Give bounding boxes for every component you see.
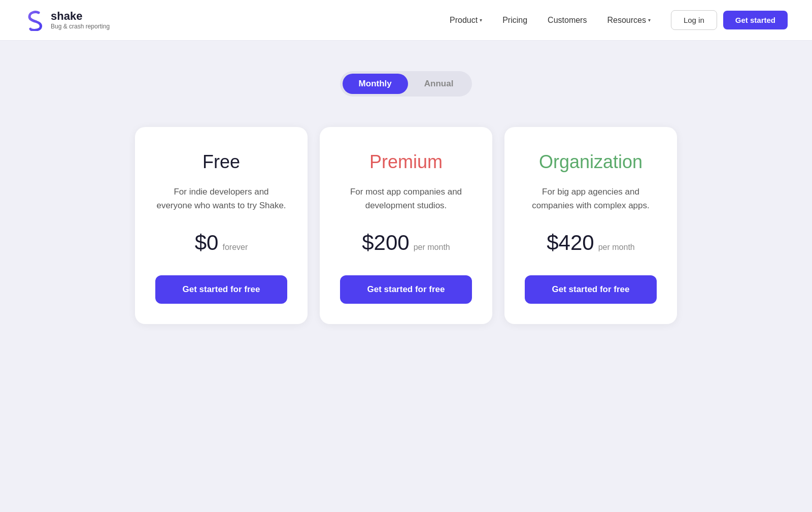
price-period-premium: per month bbox=[414, 243, 450, 252]
get-started-button[interactable]: Get started bbox=[723, 11, 788, 29]
main-nav: Product ▾ Pricing Customers Resources ▾ bbox=[442, 12, 659, 29]
pricing-cards: Free For indie developers and everyone w… bbox=[127, 127, 685, 324]
logo-tagline: Bug & crash reporting bbox=[51, 23, 110, 30]
plan-title-free: Free bbox=[202, 151, 240, 173]
plan-card-premium: Premium For most app companies and devel… bbox=[320, 127, 492, 324]
plan-title-premium: Premium bbox=[369, 151, 443, 173]
nav-item-pricing[interactable]: Pricing bbox=[494, 12, 535, 29]
plan-price-premium: $200 per month bbox=[362, 231, 450, 255]
plan-price-free: $0 forever bbox=[195, 231, 248, 255]
nav-item-customers[interactable]: Customers bbox=[539, 12, 595, 29]
price-period-free: forever bbox=[222, 243, 248, 252]
nav-item-product[interactable]: Product ▾ bbox=[442, 12, 490, 29]
logo[interactable]: shake Bug & crash reporting bbox=[24, 10, 110, 31]
plan-price-organization: $420 per month bbox=[547, 231, 634, 255]
logo-text: shake Bug & crash reporting bbox=[51, 10, 110, 29]
cta-button-organization[interactable]: Get started for free bbox=[525, 275, 657, 304]
plan-description-organization: For big app agencies and companies with … bbox=[525, 185, 657, 212]
price-amount-premium: $200 bbox=[362, 231, 409, 255]
billing-toggle: Monthly Annual bbox=[340, 71, 472, 97]
main-content: Monthly Annual Free For indie developers… bbox=[0, 41, 812, 365]
plan-description-free: For indie developers and everyone who wa… bbox=[155, 185, 287, 212]
price-period-organization: per month bbox=[598, 243, 635, 252]
toggle-monthly[interactable]: Monthly bbox=[343, 74, 408, 94]
plan-card-organization: Organization For big app agencies and co… bbox=[504, 127, 677, 324]
plan-description-premium: For most app companies and development s… bbox=[340, 185, 472, 212]
cta-button-free[interactable]: Get started for free bbox=[155, 275, 287, 304]
header: shake Bug & crash reporting Product ▾ Pr… bbox=[0, 0, 812, 41]
chevron-down-icon: ▾ bbox=[480, 17, 482, 23]
logo-name: shake bbox=[51, 10, 110, 22]
chevron-down-icon: ▾ bbox=[648, 17, 651, 23]
nav-item-resources[interactable]: Resources ▾ bbox=[599, 12, 658, 29]
cta-button-premium[interactable]: Get started for free bbox=[340, 275, 472, 304]
login-button[interactable]: Log in bbox=[671, 10, 717, 30]
price-amount-free: $0 bbox=[195, 231, 219, 255]
plan-title-organization: Organization bbox=[539, 151, 642, 173]
nav-buttons: Log in Get started bbox=[671, 10, 788, 30]
shake-logo-icon bbox=[24, 10, 46, 31]
toggle-annual[interactable]: Annual bbox=[408, 74, 470, 94]
price-amount-organization: $420 bbox=[547, 231, 594, 255]
plan-card-free: Free For indie developers and everyone w… bbox=[135, 127, 308, 324]
